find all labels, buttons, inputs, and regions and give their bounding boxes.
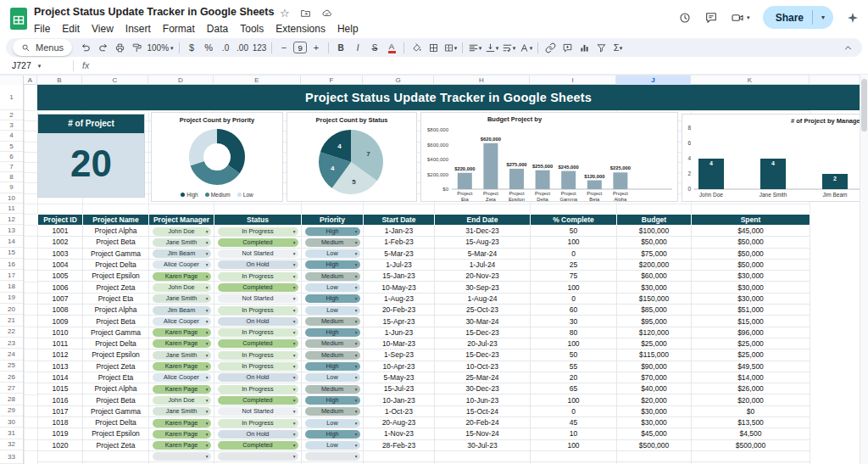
cell[interactable]: $45,000 xyxy=(617,428,692,439)
text-wrap-button[interactable]: ▾ xyxy=(501,40,516,55)
cell[interactable]: Project Epsilon xyxy=(83,271,149,282)
cell[interactable]: 55 xyxy=(531,361,617,372)
priority-cell[interactable]: Medium xyxy=(302,316,364,327)
cell[interactable]: Project Alpha xyxy=(83,305,149,316)
status-cell[interactable]: In Progress xyxy=(214,327,302,338)
functions-button[interactable]: Σ▾ xyxy=(610,40,626,55)
row-header-3[interactable]: 3 xyxy=(0,120,23,131)
cell[interactable]: 15-Nov-24 xyxy=(435,428,531,439)
cell[interactable]: $115,000 xyxy=(617,349,692,361)
manager-chip[interactable]: Karen Page xyxy=(153,272,211,281)
cell[interactable]: Project Delta xyxy=(83,259,149,270)
cell[interactable]: 25-Mar-24 xyxy=(435,372,531,383)
status-cell[interactable]: Completed xyxy=(214,282,302,293)
row-header-21[interactable]: 21 xyxy=(0,315,23,326)
priority-cell[interactable]: Low xyxy=(302,305,364,316)
cell[interactable]: 1002 xyxy=(38,237,83,248)
row-header-2[interactable]: 2 xyxy=(0,110,23,120)
cell[interactable]: $30,000 xyxy=(617,405,692,416)
vertical-align-button[interactable]: ▾ xyxy=(484,40,499,55)
print-button[interactable] xyxy=(112,40,127,55)
manager-chip[interactable]: Jane Smith xyxy=(153,294,211,303)
cell[interactable]: Project Epsilon xyxy=(83,428,149,439)
status-cell[interactable]: Completed xyxy=(214,338,302,349)
menu-edit[interactable]: Edit xyxy=(56,22,86,36)
status-cell[interactable]: In Progress xyxy=(214,305,302,316)
project-table[interactable]: Project IDProject NameProject ManagerSta… xyxy=(37,214,810,462)
row-header-7[interactable]: 7 xyxy=(0,162,23,172)
cell[interactable]: 1014 xyxy=(38,372,83,383)
cell[interactable]: Project Gamma xyxy=(83,405,149,416)
spreadsheet-canvas[interactable]: Project Status Update Tracker in Google … xyxy=(24,85,868,464)
cell[interactable]: 10 xyxy=(531,428,617,439)
column-header-F[interactable]: F xyxy=(301,75,363,85)
kpi-card[interactable]: # of Project 20 xyxy=(37,114,145,198)
menu-format[interactable]: Format xyxy=(157,22,201,36)
cell[interactable]: Project Beta xyxy=(83,394,149,405)
row-header-31[interactable]: 31 xyxy=(0,428,23,439)
status-chip[interactable]: In Progress xyxy=(218,419,298,428)
cell[interactable]: $50,000 xyxy=(692,259,810,270)
status-chip[interactable]: In Progress xyxy=(218,227,298,236)
status-cell[interactable]: In Progress xyxy=(214,417,302,428)
priority-chip[interactable]: High xyxy=(305,396,360,405)
manager-cell[interactable]: Karen Page xyxy=(149,428,214,439)
cell[interactable]: 1-Feb-23 xyxy=(364,237,435,248)
manager-chip[interactable]: Alice Cooper xyxy=(153,317,211,326)
gemini-sparkle-icon[interactable] xyxy=(846,11,860,25)
cell[interactable]: $25,000 xyxy=(692,338,810,349)
status-chart-card[interactable]: Project Count by Status 7544 xyxy=(287,112,417,202)
cell[interactable]: 1018 xyxy=(38,417,83,428)
priority-chip[interactable]: High xyxy=(305,227,360,236)
status-chip[interactable]: Not Started xyxy=(218,407,298,416)
status-cell[interactable]: In Progress xyxy=(214,271,302,282)
cell[interactable]: Project Beta xyxy=(83,316,149,327)
meet-button[interactable]: ▾ xyxy=(731,11,750,25)
menu-insert[interactable]: Insert xyxy=(120,22,157,36)
status-chip[interactable]: Completed xyxy=(218,441,298,450)
cell[interactable]: Project Gamma xyxy=(83,248,149,259)
row-header-1[interactable]: 1 xyxy=(0,85,23,110)
star-icon[interactable]: ☆ xyxy=(280,7,290,20)
cell[interactable]: 0 xyxy=(531,293,617,304)
cell[interactable]: $50,000 xyxy=(692,248,810,259)
status-chip[interactable]: In Progress xyxy=(218,306,298,315)
cell[interactable]: 1-Jul-24 xyxy=(435,259,531,270)
row-header-28[interactable]: 28 xyxy=(0,394,23,405)
cell[interactable]: 28-Feb-23 xyxy=(364,439,435,450)
manager-cell[interactable]: Jim Beam xyxy=(149,305,214,316)
priority-cell[interactable]: High xyxy=(302,327,364,338)
manager-chip[interactable]: Karen Page xyxy=(153,362,211,371)
priority-cell[interactable]: High xyxy=(302,259,364,270)
cell[interactable]: 1-Oct-23 xyxy=(364,405,435,416)
cell[interactable]: Project Zeta xyxy=(83,282,149,293)
cell[interactable] xyxy=(692,450,810,461)
cell[interactable]: 20-Feb-23 xyxy=(364,305,435,316)
priority-chip[interactable]: Low xyxy=(305,373,360,382)
cell[interactable]: $26,000 xyxy=(692,383,810,394)
table-header-status[interactable]: Status xyxy=(214,215,302,226)
cell[interactable]: Project Delta xyxy=(83,338,149,349)
column-header-A[interactable]: A xyxy=(24,75,37,85)
cell[interactable]: $0 xyxy=(692,405,810,416)
cell[interactable]: 15-Apr-23 xyxy=(364,316,435,327)
table-header-end-date[interactable]: End Date xyxy=(435,215,531,226)
cell[interactable]: 1-Aug-24 xyxy=(435,293,531,304)
priority-cell[interactable]: Medium xyxy=(302,383,364,394)
cell[interactable]: $30,000 xyxy=(692,293,810,304)
increase-decimal-button[interactable]: .00 xyxy=(235,40,250,55)
manager-chip[interactable]: Jim Beam xyxy=(153,249,211,258)
cell[interactable]: 30-Mar-24 xyxy=(435,316,531,327)
manager-chip[interactable]: Karen Page xyxy=(153,441,211,450)
cell[interactable]: 1-Aug-23 xyxy=(364,293,435,304)
cell[interactable]: 100 xyxy=(531,338,617,349)
manager-cell[interactable]: Alice Cooper xyxy=(149,372,214,383)
horizontal-align-button[interactable]: ▾ xyxy=(467,40,482,55)
priority-chip[interactable]: Low xyxy=(305,441,360,450)
priority-cell[interactable]: Medium xyxy=(302,338,364,349)
manager-chip[interactable]: Karen Page xyxy=(153,339,211,348)
status-cell[interactable]: Completed xyxy=(214,394,302,405)
cell[interactable]: 1019 xyxy=(38,428,83,439)
borders-button[interactable] xyxy=(426,40,441,55)
more-formats-button[interactable]: 123 xyxy=(252,40,267,55)
